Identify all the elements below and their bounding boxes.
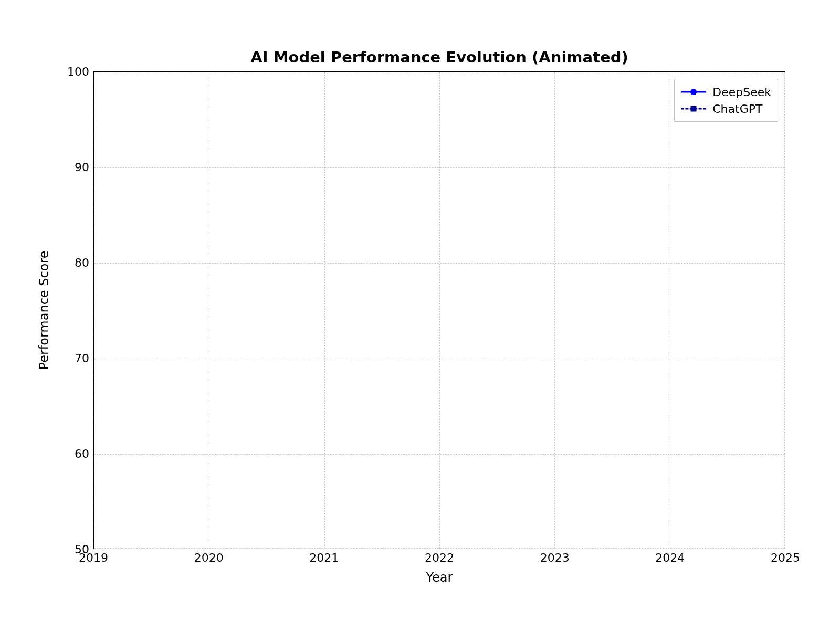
legend-label: DeepSeek bbox=[712, 86, 771, 99]
gridline-h bbox=[94, 167, 785, 168]
xtick-2022: 2022 bbox=[425, 551, 454, 564]
figure: AI Model Performance Evolution (Animated… bbox=[0, 0, 840, 630]
ytick-70: 70 bbox=[58, 352, 89, 365]
legend: DeepSeek ChatGPT bbox=[674, 79, 778, 122]
xtick-2024: 2024 bbox=[655, 551, 685, 564]
gridline-h bbox=[94, 263, 785, 264]
xtick-2023: 2023 bbox=[540, 551, 570, 564]
ytick-80: 80 bbox=[58, 256, 89, 269]
gridline-h bbox=[94, 548, 785, 549]
gridline-v bbox=[324, 72, 325, 549]
gridline-v bbox=[439, 72, 440, 549]
chart-title: AI Model Performance Evolution (Animated… bbox=[93, 48, 785, 66]
gridline-h bbox=[94, 359, 785, 359]
legend-entry-deepseek: DeepSeek bbox=[681, 83, 771, 100]
gridline-v bbox=[784, 72, 785, 549]
xtick-2020: 2020 bbox=[194, 551, 224, 564]
ytick-90: 90 bbox=[58, 161, 89, 174]
xtick-2025: 2025 bbox=[771, 551, 800, 564]
gridline-h bbox=[94, 454, 785, 455]
x-axis-label: Year bbox=[93, 570, 785, 585]
gridline-v bbox=[554, 72, 555, 549]
gridline-v bbox=[94, 72, 94, 549]
gridline-v bbox=[209, 72, 209, 549]
xtick-2021: 2021 bbox=[309, 551, 339, 564]
gridline-v bbox=[670, 72, 670, 549]
gridline-h bbox=[94, 72, 785, 72]
legend-label: ChatGPT bbox=[712, 102, 762, 116]
plot-area: DeepSeek ChatGPT bbox=[93, 71, 785, 549]
ytick-100: 100 bbox=[58, 65, 89, 78]
legend-swatch-chatgpt bbox=[681, 102, 706, 115]
circle-marker-icon bbox=[690, 89, 697, 95]
legend-swatch-deepseek bbox=[681, 86, 706, 98]
square-marker-icon bbox=[691, 106, 697, 112]
ytick-60: 60 bbox=[58, 447, 89, 460]
xtick-2019: 2019 bbox=[79, 551, 108, 564]
legend-entry-chatgpt: ChatGPT bbox=[681, 100, 771, 117]
y-axis-label: Performance Score bbox=[37, 71, 52, 549]
